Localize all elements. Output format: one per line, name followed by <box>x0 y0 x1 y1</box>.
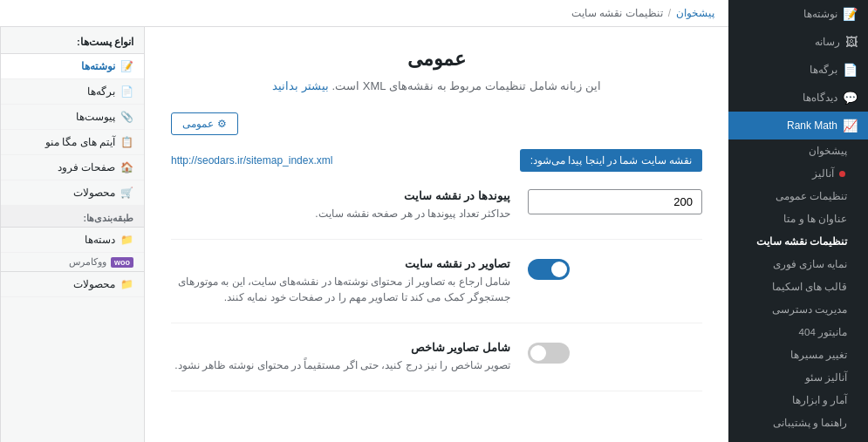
categories-nav-icon: 📁 <box>120 234 133 246</box>
sidebar-sub-redirections[interactable]: تغییر مسیرها <box>728 343 868 366</box>
sidebar-sub-access[interactable]: مدیریت دسترسی <box>728 298 868 321</box>
sidebar-item-label: نوشته‌ها <box>803 8 837 20</box>
sidebar-item-label: دیدگاه‌ها <box>803 92 837 104</box>
taxonomies-header: طبقه‌بندی‌ها: <box>1 206 144 228</box>
comments-icon: 💬 <box>843 91 858 105</box>
sidebar: 📝 نوشته‌ها 🖼 رسانه 📄 برگه‌ها 💬 دیدگاه‌ها… <box>728 0 868 442</box>
sitemap-nav-mega-menu[interactable]: 📋 آیتم های مگا منو <box>1 130 144 155</box>
submenu-label: آنالیز <box>812 167 834 180</box>
woocommerce-label: ووکامرس <box>69 256 106 268</box>
general-tab-button[interactable]: ⚙ عمومی <box>171 112 238 135</box>
toggle-slider-on <box>528 259 570 280</box>
sidebar-sub-support[interactable]: راهنما و پشتیبانی <box>728 411 868 434</box>
form-title: عمومی <box>171 48 702 71</box>
woo-products-icon: 📁 <box>120 278 133 290</box>
breadcrumb-home[interactable]: پیشخوان <box>676 7 714 19</box>
breadcrumb: پیشخوان / تنظیمات نقشه سایت <box>0 0 728 27</box>
sidebar-item-label: Rank Math <box>787 119 837 132</box>
submenu-label: تغییر مسیرها <box>790 349 847 361</box>
sitemap-nav-attachments[interactable]: 📎 پیوست‌ها <box>1 105 144 130</box>
products-icon: 🛒 <box>120 187 133 199</box>
content-area: عمومی این زبانه شامل تنظیمات مربوط به نق… <box>0 27 728 442</box>
posts-icon: 📝 <box>843 7 858 21</box>
images-in-sitemap-desc: شامل ارجاع به تصاویر از محتوای نوشته‌ها … <box>171 274 510 305</box>
pages-icon: 📄 <box>843 63 858 77</box>
toggle-slider-off <box>528 343 570 364</box>
sitemap-url-label: نقشه سایت شما در اینجا پیدا می‌شود: <box>520 149 702 172</box>
featured-image-label: شامل تصاویر شاخص تصویر شاخص را نیز درج ک… <box>171 341 510 373</box>
submenu-label: قالب های اسکیما <box>772 281 847 293</box>
sidebar-sub-general[interactable]: تنظیمات عمومی <box>728 185 868 207</box>
images-in-sitemap-control <box>528 257 702 280</box>
sitemap-url-row: http://seodars.ir/sitemap_index.xml نقشه… <box>171 149 702 172</box>
sitemap-nav-posts[interactable]: 📝 نوشته‌ها <box>1 54 144 79</box>
submenu-label: نمایه سازی فوری <box>773 258 847 270</box>
sidebar-sub-seo-analysis[interactable]: آنالیز سئو <box>728 366 868 389</box>
sidebar-item-label: رسانه <box>815 36 840 48</box>
sidebar-sub-instant-indexing[interactable]: نمایه سازی فوری <box>728 253 868 275</box>
images-in-sitemap-toggle[interactable] <box>528 259 570 280</box>
woo-badge: woo <box>111 257 133 268</box>
sitemap-nav-pages[interactable]: 📄 برگه‌ها <box>1 79 144 105</box>
sitemap-nav: انواع پست‌ها: 📝 نوشته‌ها 📄 برگه‌ها 📎 پیو… <box>0 27 144 442</box>
sidebar-item-rankmath[interactable]: 📈 Rank Math <box>728 112 868 139</box>
analytics-dot <box>839 171 845 177</box>
pages-nav-icon: 📄 <box>120 85 133 98</box>
tab-bar: ⚙ عمومی <box>171 112 702 135</box>
sidebar-sub-sitemap[interactable]: تنظیمات نقشه سایت <box>728 230 868 253</box>
submenu-label: آنالیز سئو <box>805 371 847 384</box>
sidebar-item-media[interactable]: 🖼 رسانه <box>728 28 868 56</box>
breadcrumb-current: تنظیمات نقشه سایت <box>571 7 663 19</box>
sitemap-nav-categories[interactable]: 📁 دسته‌ها <box>1 228 144 253</box>
links-per-page-control <box>528 189 702 214</box>
sidebar-item-label: برگه‌ها <box>810 64 837 76</box>
featured-image-title: شامل تصاویر شاخص <box>171 341 510 354</box>
sitemap-nav-woo-products[interactable]: 📁 محصولات <box>1 272 144 297</box>
sitemap-nav-landing[interactable]: 🏠 صفحات فرود <box>1 155 144 180</box>
mega-menu-icon: 📋 <box>120 136 133 148</box>
images-in-sitemap-label: تصاویر در نقشه سایت شامل ارجاع به تصاویر… <box>171 257 510 305</box>
main-content: پیشخوان / تنظیمات نقشه سایت عمومی این زب… <box>0 0 728 442</box>
form-description: این زبانه شامل تنظیمات مربوط به نقشه‌های… <box>171 78 702 95</box>
links-per-page-input[interactable] <box>528 189 702 214</box>
submenu-label: مدیریت دسترسی <box>772 303 847 316</box>
attachments-nav-icon: 📎 <box>120 111 133 123</box>
submenu-label: تنظیمات عمومی <box>776 190 847 202</box>
posts-nav-icon: 📝 <box>120 60 133 72</box>
links-per-page-title: پیوندها در نقشه سایت <box>171 189 510 202</box>
sidebar-sub-titles[interactable]: عناوان ها و متا <box>728 207 868 230</box>
sidebar-item-comments[interactable]: 💬 دیدگاه‌ها <box>728 84 868 112</box>
gear-icon: ⚙ <box>217 118 227 130</box>
sitemap-url-link[interactable]: http://seodars.ir/sitemap_index.xml <box>171 154 511 167</box>
submenu-label: مانیتور 404 <box>799 326 847 338</box>
submenu-label: راهنما و پشتیبانی <box>773 417 847 429</box>
featured-image-toggle[interactable] <box>528 343 570 364</box>
settings-form: عمومی این زبانه شامل تنظیمات مربوط به نق… <box>144 27 728 442</box>
media-icon: 🖼 <box>845 35 858 49</box>
sidebar-sub-404[interactable]: مانیتور 404 <box>728 321 868 343</box>
sidebar-item-pages[interactable]: 📄 برگه‌ها <box>728 56 868 84</box>
images-in-sitemap-row: تصاویر در نقشه سایت شامل ارجاع به تصاویر… <box>171 257 702 323</box>
sidebar-sub-tools[interactable]: آمار و ابزارها <box>728 389 868 411</box>
links-per-page-label: پیوندها در نقشه سایت حداکثر تعداد پیونده… <box>171 189 510 221</box>
submenu-label: پیشخوان <box>809 145 847 157</box>
featured-image-row: شامل تصاویر شاخص تصویر شاخص را نیز درج ک… <box>171 341 702 391</box>
images-in-sitemap-title: تصاویر در نقشه سایت <box>171 257 510 270</box>
submenu-label: آمار و ابزارها <box>792 394 847 406</box>
woocommerce-section: woo ووکامرس <box>1 253 144 272</box>
sidebar-item-posts[interactable]: 📝 نوشته‌ها <box>728 0 868 28</box>
breadcrumb-separator: / <box>668 7 671 19</box>
featured-image-control <box>528 341 702 364</box>
links-per-page-row: پیوندها در نقشه سایت حداکثر تعداد پیونده… <box>171 189 702 240</box>
featured-image-desc: تصویر شاخص را نیز درج کنید، حتی اگر مستق… <box>171 357 510 373</box>
sitemap-nav-products[interactable]: 🛒 محصولات <box>1 180 144 206</box>
links-per-page-desc: حداکثر تعداد پیوندها در هر صفحه نقشه سای… <box>171 206 510 221</box>
learn-more-link[interactable]: بیشتر بدانید <box>272 79 329 92</box>
rankmath-icon: 📈 <box>843 119 858 133</box>
sidebar-sub-schema[interactable]: قالب های اسکیما <box>728 275 868 298</box>
sitemap-types-header: انواع پست‌ها: <box>1 27 144 54</box>
sidebar-sub-analytics[interactable]: آنالیز <box>728 162 868 185</box>
submenu-label: عناوان ها و متا <box>783 213 847 225</box>
landing-icon: 🏠 <box>120 161 133 173</box>
sidebar-sub-dashboard[interactable]: پیشخوان <box>728 139 868 162</box>
